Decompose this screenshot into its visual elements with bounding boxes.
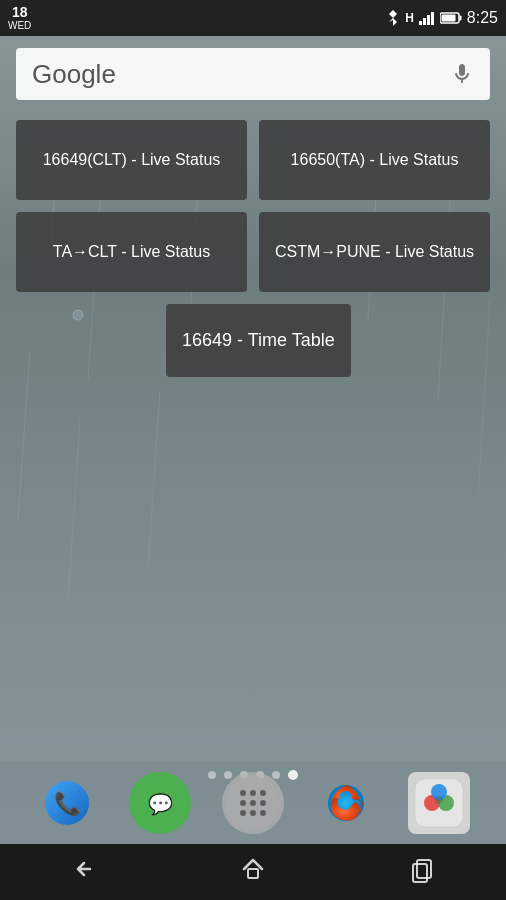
widget-single-wrap: 16649 - Time Table	[16, 304, 490, 389]
svg-point-25	[240, 800, 246, 806]
svg-rect-11	[423, 18, 426, 25]
status-bar: 18 WED H 8:25	[0, 0, 506, 36]
svg-point-30	[260, 810, 266, 816]
svg-text:💬: 💬	[147, 792, 172, 816]
btn-16650-live[interactable]: 16650(TA) - Live Status	[259, 120, 490, 200]
nav-bar	[0, 844, 506, 900]
svg-point-23	[250, 790, 256, 796]
svg-point-24	[260, 790, 266, 796]
google-search-bar[interactable]: Google	[16, 48, 490, 100]
dock-firefox-icon[interactable]	[315, 772, 377, 834]
svg-rect-10	[419, 21, 422, 25]
svg-point-29	[250, 810, 256, 816]
bluetooth-icon	[386, 10, 400, 26]
svg-rect-37	[248, 869, 258, 878]
day-name: WED	[8, 20, 31, 31]
btn-16649-live[interactable]: 16649(CLT) - Live Status	[16, 120, 247, 200]
nav-recents-button[interactable]	[388, 847, 456, 897]
dock-camera-icon[interactable]	[408, 772, 470, 834]
search-bar-wrapper: Google	[0, 36, 506, 112]
dock: 📞 💬	[0, 762, 506, 844]
widget-row-1: 16649(CLT) - Live Status 16650(TA) - Liv…	[16, 120, 490, 200]
svg-rect-39	[413, 864, 427, 882]
widget-area: 16649(CLT) - Live Status 16650(TA) - Liv…	[0, 112, 506, 397]
mic-icon[interactable]	[450, 62, 474, 86]
svg-line-4	[68, 420, 80, 600]
network-type-icon: H	[405, 11, 414, 25]
svg-point-26	[250, 800, 256, 806]
svg-point-22	[240, 790, 246, 796]
btn-16649-timetable[interactable]: 16649 - Time Table	[166, 304, 351, 377]
status-time: 8:25	[467, 9, 498, 27]
dock-hangouts-icon[interactable]: 💬	[129, 772, 191, 834]
btn-cstm-pune-live[interactable]: CSTM→PUNE - Live Status	[259, 212, 490, 292]
status-icons: H 8:25	[386, 9, 498, 27]
svg-rect-13	[431, 12, 434, 25]
svg-rect-12	[427, 15, 430, 25]
btn-ta-clt-live[interactable]: TA→CLT - Live Status	[16, 212, 247, 292]
svg-rect-15	[459, 16, 461, 21]
svg-line-5	[148, 390, 160, 570]
nav-home-button[interactable]	[219, 847, 287, 897]
svg-point-28	[240, 810, 246, 816]
svg-rect-38	[417, 860, 431, 878]
nav-back-button[interactable]	[50, 847, 118, 897]
svg-point-36	[435, 796, 443, 804]
dock-app-drawer-icon[interactable]	[222, 772, 284, 834]
battery-icon	[440, 11, 462, 25]
google-logo: Google	[32, 59, 116, 90]
dock-phone-icon[interactable]: 📞	[36, 772, 98, 834]
day-number: 18	[12, 5, 28, 20]
svg-text:📞: 📞	[53, 790, 81, 817]
signal-bars-icon	[419, 11, 435, 25]
svg-rect-16	[441, 15, 455, 22]
svg-point-27	[260, 800, 266, 806]
status-date: 18 WED	[8, 5, 31, 31]
widget-row-2: TA→CLT - Live Status CSTM→PUNE - Live St…	[16, 212, 490, 292]
